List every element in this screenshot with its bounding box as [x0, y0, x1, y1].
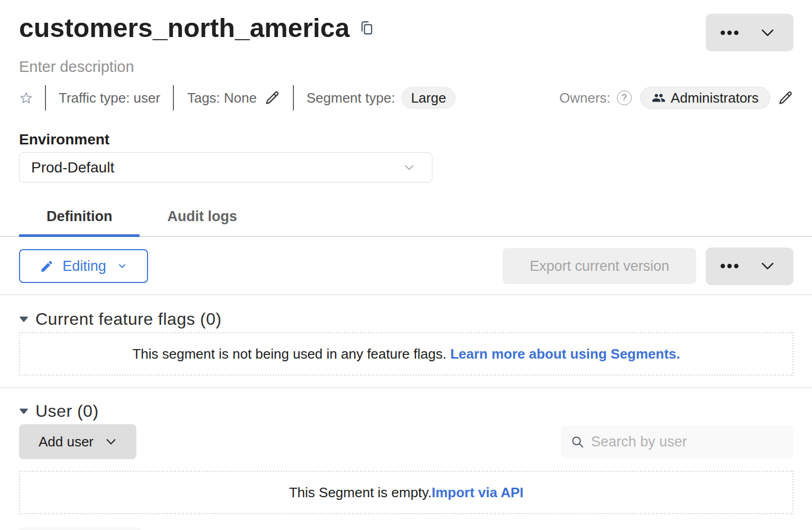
environment-label: Environment — [19, 131, 793, 149]
search-by-user-input[interactable] — [590, 433, 785, 451]
chevron-down-icon — [117, 261, 127, 271]
meta-separator — [45, 85, 46, 111]
divider — [0, 387, 812, 388]
tab-audit-logs[interactable]: Audit logs — [140, 196, 264, 237]
action-row: Editing Export current version — [19, 248, 793, 284]
user-controls-row: Add user — [19, 424, 793, 459]
segment-type-group: Segment type: Large — [307, 87, 456, 109]
tags-label: Tags: None — [187, 90, 257, 106]
learn-more-link[interactable]: Learn more about using Segments. — [450, 346, 680, 362]
user-section-heading[interactable]: User (0) — [19, 403, 793, 419]
user-empty-text: This Segment is empty.Import via API — [289, 485, 524, 501]
title-row: customers_north_america — [19, 13, 793, 43]
divider — [0, 294, 812, 295]
feature-flags-empty-text: This segment is not being used in any fe… — [132, 346, 680, 362]
feature-flags-heading-text: Current feature flags (0) — [35, 309, 222, 329]
add-user-button[interactable]: Add user — [19, 424, 136, 459]
help-icon[interactable]: ? — [617, 90, 632, 105]
segment-type-label: Segment type: — [307, 90, 395, 106]
meta-row: Traffic type: user Tags: None Segment ty… — [19, 85, 793, 111]
segment-type-badge: Large — [401, 87, 456, 109]
page: customers_north_america Enter descriptio… — [0, 0, 812, 530]
pencil-icon — [40, 259, 54, 273]
copy-icon[interactable] — [359, 20, 374, 36]
caret-down-icon — [19, 408, 29, 415]
owners-value: Administrators — [671, 90, 759, 106]
meta-separator — [293, 85, 294, 111]
owners-badge[interactable]: Administrators — [640, 87, 770, 109]
chevron-down-icon — [105, 436, 117, 447]
ellipsis-icon — [721, 263, 739, 269]
edit-owners-pencil-icon[interactable] — [778, 90, 793, 106]
feature-flags-section-heading[interactable]: Current feature flags (0) — [19, 311, 793, 327]
search-box — [561, 425, 793, 458]
feature-flags-empty-state: This segment is not being used in any fe… — [19, 332, 793, 376]
add-user-label: Add user — [39, 434, 94, 450]
cutoff-element — [19, 527, 141, 530]
search-icon — [570, 435, 585, 449]
definition-more-menu-button[interactable] — [706, 248, 793, 285]
ellipsis-icon — [721, 30, 739, 36]
chevron-down-icon — [761, 26, 774, 40]
chevron-down-icon — [761, 259, 774, 273]
tab-bar: Definition Audit logs — [0, 196, 812, 237]
owners-label: Owners: — [559, 90, 611, 106]
people-icon — [652, 91, 666, 105]
environment-select[interactable]: Prod-Default — [19, 152, 432, 182]
user-heading-text: User (0) — [35, 401, 99, 421]
edit-tags-pencil-icon[interactable] — [264, 90, 280, 106]
star-icon[interactable] — [19, 91, 33, 105]
chevron-down-icon — [402, 161, 416, 175]
export-version-button[interactable]: Export current version — [503, 248, 696, 284]
meta-separator — [173, 85, 174, 111]
traffic-type-label: Traffic type: user — [59, 90, 160, 106]
header-more-menu-button[interactable] — [706, 14, 793, 51]
description-placeholder[interactable]: Enter description — [19, 57, 793, 76]
import-via-api-link[interactable]: Import via API — [431, 485, 523, 500]
tab-definition[interactable]: Definition — [19, 196, 140, 237]
owners-group: Owners: ? Administrators — [559, 87, 793, 109]
editing-status-button[interactable]: Editing — [19, 249, 148, 283]
page-title: customers_north_america — [19, 13, 349, 43]
caret-down-icon — [19, 316, 29, 323]
user-empty-state: This Segment is empty.Import via API — [19, 471, 793, 514]
tags-group: Tags: None — [187, 90, 280, 106]
environment-selected-value: Prod-Default — [31, 159, 114, 176]
editing-label: Editing — [62, 258, 106, 275]
